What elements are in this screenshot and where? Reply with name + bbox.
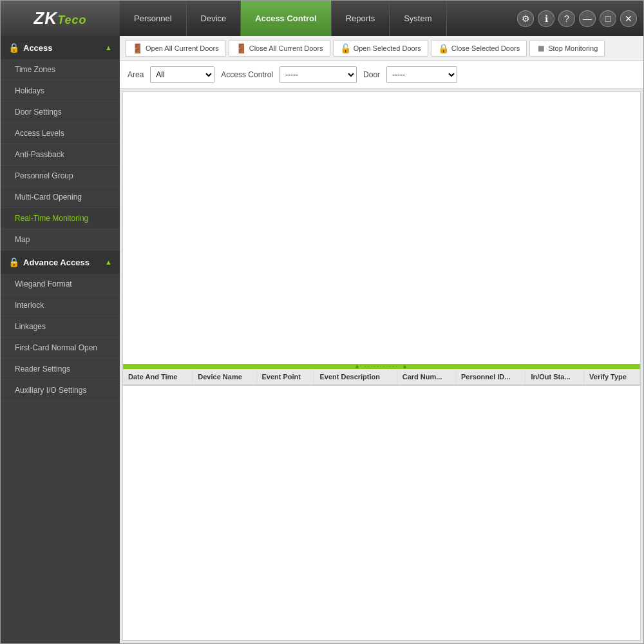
col-device-name: Device Name <box>193 369 256 385</box>
advance-access-section-icon: 🔒 <box>8 257 19 267</box>
maximize-icon[interactable]: □ <box>600 10 616 27</box>
top-nav: ZKTeco Personnel Device Access Control R… <box>1 1 643 36</box>
right-panel: 🚪 Open All Current Doors 🚪 Close All Cur… <box>120 36 643 643</box>
sidebar-item-door-settings[interactable]: Door Settings <box>1 102 120 123</box>
logo-area: ZKTeco <box>1 1 120 36</box>
sidebar-item-real-time-monitoring[interactable]: Real-Time Monitoring <box>1 208 120 229</box>
toolbar: 🚪 Open All Current Doors 🚪 Close All Cur… <box>120 36 643 61</box>
sidebar-item-first-card-normal-open[interactable]: First-Card Normal Open <box>1 337 120 359</box>
nav-right: ⚙ ℹ ? — □ ✕ <box>511 1 643 36</box>
sidebar-item-linkages[interactable]: Linkages <box>1 316 120 337</box>
settings-icon[interactable]: ⚙ <box>517 10 534 27</box>
access-collapse-icon: ▲ <box>105 44 112 52</box>
sidebar-item-wiegand-format[interactable]: Wiegand Format <box>1 274 120 295</box>
logo-zk: ZK <box>33 8 57 28</box>
open-selected-doors-button[interactable]: 🔓 Open Selected Doors <box>333 40 428 57</box>
close-all-current-doors-button[interactable]: 🚪 Close All Current Doors <box>229 40 330 57</box>
sidebar-section-access[interactable]: 🔒 Access ▲ <box>1 36 120 59</box>
area-label: Area <box>128 70 144 79</box>
app-window: ZKTeco Personnel Device Access Control R… <box>0 0 644 644</box>
nav-personnel[interactable]: Personnel <box>120 1 187 36</box>
access-section-icon: 🔒 <box>8 43 19 53</box>
sidebar: 🔒 Access ▲ Time Zones Holidays Door Sett… <box>1 36 120 643</box>
close-selected-icon: 🔒 <box>438 43 449 53</box>
door-label: Door <box>363 70 380 79</box>
nav-system[interactable]: System <box>390 1 446 36</box>
col-inout-status: In/Out Sta... <box>526 369 584 385</box>
open-all-current-doors-label: Open All Current Doors <box>146 44 219 52</box>
stop-monitoring-icon: ⏹ <box>536 43 545 53</box>
sidebar-section-advance-access-label: Advance Access <box>23 258 90 267</box>
col-card-num: Card Num... <box>397 369 455 385</box>
sidebar-section-advance-access[interactable]: 🔒 Advance Access ▲ <box>1 251 120 274</box>
col-date-time: Date And Time <box>123 369 193 385</box>
close-all-current-doors-label: Close All Current Doors <box>249 44 323 52</box>
advance-access-collapse-icon: ▲ <box>105 258 112 266</box>
stop-monitoring-label: Stop Monitoring <box>548 44 598 52</box>
nav-reports[interactable]: Reports <box>332 1 390 36</box>
minimize-icon[interactable]: — <box>579 10 596 27</box>
sidebar-section-access-label: Access <box>23 43 53 53</box>
area-select[interactable]: All <box>150 66 214 83</box>
info-icon[interactable]: ℹ <box>538 10 554 27</box>
events-table: Date And Time Device Name Event Point Ev… <box>123 369 640 386</box>
sidebar-item-map[interactable]: Map <box>1 229 120 251</box>
sidebar-item-personnel-group[interactable]: Personnel Group <box>1 166 120 187</box>
logo: ZKTeco <box>33 8 86 28</box>
access-control-label: Access Control <box>221 70 273 79</box>
sidebar-item-time-zones[interactable]: Time Zones <box>1 59 120 80</box>
col-verify-type: Verify Type <box>584 369 640 385</box>
nav-device[interactable]: Device <box>187 1 242 36</box>
panel-splitter[interactable]: ▲ ··········· ▲ <box>123 364 640 369</box>
sidebar-item-access-levels[interactable]: Access Levels <box>1 123 120 144</box>
sidebar-item-auxiliary-io-settings[interactable]: Auxiliary I/O Settings <box>1 380 120 401</box>
filter-bar: Area All Access Control ----- Door ----- <box>120 61 643 89</box>
sidebar-item-interlock[interactable]: Interlock <box>1 295 120 316</box>
logo-teco: Teco <box>57 14 86 26</box>
col-event-point: Event Point <box>256 369 314 385</box>
open-selected-icon: 🔓 <box>340 43 351 53</box>
sidebar-item-anti-passback[interactable]: Anti-Passback <box>1 144 120 166</box>
monitor-display <box>123 92 640 364</box>
sidebar-item-holidays[interactable]: Holidays <box>1 80 120 102</box>
close-selected-doors-button[interactable]: 🔒 Close Selected Doors <box>431 40 527 57</box>
nav-access-control[interactable]: Access Control <box>241 1 331 36</box>
access-control-select[interactable]: ----- <box>279 66 357 83</box>
col-event-description: Event Description <box>314 369 397 385</box>
close-selected-doors-label: Close Selected Doors <box>451 44 520 52</box>
main-content: 🔒 Access ▲ Time Zones Holidays Door Sett… <box>1 36 643 643</box>
sidebar-item-reader-settings[interactable]: Reader Settings <box>1 359 120 380</box>
table-header-row: Date And Time Device Name Event Point Ev… <box>123 369 640 385</box>
door-select[interactable]: ----- <box>386 66 457 83</box>
monitor-area: ▲ ··········· ▲ Date And Time Device Nam… <box>122 91 641 641</box>
open-all-current-doors-button[interactable]: 🚪 Open All Current Doors <box>125 40 226 57</box>
sidebar-item-multi-card-opening[interactable]: Multi-Card Opening <box>1 187 120 208</box>
content-area: ▲ ··········· ▲ Date And Time Device Nam… <box>120 89 643 643</box>
close-all-doors-icon: 🚪 <box>236 43 247 53</box>
close-icon[interactable]: ✕ <box>620 10 637 27</box>
data-table: Date And Time Device Name Event Point Ev… <box>123 369 640 641</box>
open-selected-doors-label: Open Selected Doors <box>354 44 421 52</box>
open-all-doors-icon: 🚪 <box>132 43 143 53</box>
col-personnel-id: Personnel ID... <box>456 369 526 385</box>
stop-monitoring-button[interactable]: ⏹ Stop Monitoring <box>529 40 605 57</box>
nav-items: Personnel Device Access Control Reports … <box>120 1 511 36</box>
help-icon[interactable]: ? <box>558 10 575 27</box>
